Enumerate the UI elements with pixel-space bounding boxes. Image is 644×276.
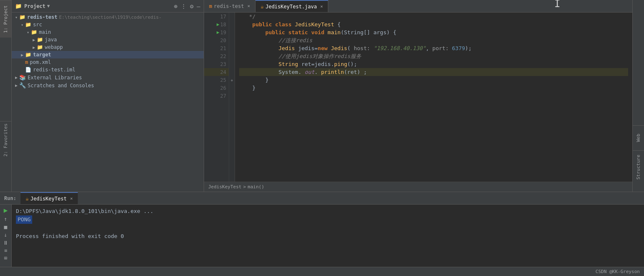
- run-tab-jediskeytest[interactable]: ☕ JedisKeyTest ×: [20, 192, 78, 204]
- tree-item-scratches[interactable]: ▶ 🔧 Scratches and Consoles: [12, 81, 204, 89]
- iml-file-icon: 📄: [25, 67, 31, 73]
- tab-redis-close[interactable]: ×: [247, 3, 250, 9]
- breadcrumb-item-1: JedisKeyTest: [208, 184, 241, 190]
- console-output[interactable]: D:\DPFS\Java\jdk1.8.0_101\bin\java.exe .…: [12, 205, 644, 267]
- gutter-line-27: 27: [204, 92, 229, 100]
- sidebar-tab-web[interactable]: Web: [633, 125, 644, 150]
- code-editor[interactable]: 17 ▶ 18 ▶ 19 20 21 22 23: [204, 13, 632, 182]
- tree-arrow-target: ▶: [19, 53, 25, 57]
- gutter-line-18: ▶ 18: [204, 20, 229, 28]
- gutter-line-24: 24: [204, 68, 229, 76]
- code-lines[interactable]: */ public class JedisKeyTest { public st…: [235, 13, 632, 182]
- panel-icon-minimize[interactable]: —: [197, 3, 200, 10]
- webapp-folder-icon: 📁: [37, 44, 43, 50]
- run-scroll-down-button[interactable]: ↓: [4, 232, 8, 238]
- run-stop-button[interactable]: ■: [4, 224, 8, 230]
- tree-arrow-ext: ▶: [13, 75, 19, 80]
- tree-item-webapp[interactable]: ▶ 📁 webapp: [12, 43, 204, 51]
- gutter-line-17: 17: [204, 13, 229, 20]
- tree-arrow-java: ▶: [31, 38, 37, 42]
- console-pong-text: PONG: [16, 215, 32, 224]
- panel-header: 📁 Project ▼ ⊕ ⋮ ⚙ —: [12, 0, 204, 13]
- code-line-21: Jedis jedis=new Jedis( host: "192.168.40…: [239, 44, 628, 52]
- panel-folder-icon: 📁: [15, 3, 22, 9]
- run-tab-name: JedisKeyTest: [31, 196, 67, 202]
- tree-label-pom: pom.xml: [30, 59, 51, 65]
- pom-file-icon: m: [25, 59, 28, 65]
- run-toolbar-left: ▶ ↑ ■ ↓ ⏸ ≡ ⊞: [0, 205, 12, 267]
- tree-label-src: src: [33, 22, 42, 28]
- bottom-content: ▶ ↑ ■ ↓ ⏸ ≡ ⊞ D:\DPFS\Java\jdk1.8.0_101\…: [0, 205, 644, 267]
- tab-redis-icon: m: [209, 3, 212, 9]
- console-exit-text: Process finished with exit code 0: [16, 232, 124, 241]
- editor-tabs: m redis-test × ☕ JedisKeyTest.java ×: [204, 0, 632, 13]
- tree-label-iml: redis-test.iml: [33, 67, 75, 73]
- tree-label-webapp: webapp: [45, 44, 63, 50]
- src-folder-icon: 📁: [25, 22, 31, 28]
- gutter-line-23: 23: [204, 60, 229, 68]
- sidebar-tab-structure[interactable]: Structure: [633, 150, 644, 184]
- tree-label-main: main: [39, 29, 51, 35]
- right-sidebar: Web Structure: [632, 0, 644, 192]
- gutter-line-20: 20: [204, 36, 229, 44]
- tree-item-pom[interactable]: m pom.xml: [12, 58, 204, 66]
- code-line-19: public static void main(String[] args) {: [239, 28, 628, 36]
- panel-title: Project: [24, 3, 46, 9]
- tree-arrow-webapp: ▶: [31, 45, 37, 50]
- console-line-pong: PONG: [16, 215, 640, 224]
- bottom-tabs-bar: Run: ☕ JedisKeyTest ×: [0, 192, 644, 205]
- panel-icon-dots[interactable]: ⋮: [181, 3, 187, 10]
- tab-jedis-label: JedisKeyTest.java: [266, 4, 317, 10]
- fold-marker-25[interactable]: ◆: [229, 76, 235, 84]
- gutter-line-21: 21: [204, 44, 229, 52]
- run-label: Run:: [0, 192, 20, 204]
- tree-item-target[interactable]: ▶ 📁 target: [12, 51, 204, 58]
- run-wrap-button[interactable]: ≡: [4, 248, 7, 253]
- tree-item-src[interactable]: ▾ 📁 src: [12, 21, 204, 28]
- run-play-button[interactable]: ▶: [4, 206, 8, 214]
- editor-tab-redis[interactable]: m redis-test ×: [204, 0, 256, 12]
- left-sidebar-tabs: 1: Project 2: Favorites: [0, 0, 12, 192]
- tree-item-java[interactable]: ▶ 📁 java: [12, 36, 204, 43]
- gutter-line-26: 26: [204, 84, 229, 92]
- ext-libs-icon: 📚: [19, 74, 26, 81]
- tree-item-root[interactable]: ▾ 📁 redis-test E:\teaching\section4\1919…: [12, 13, 204, 21]
- tree-arrow-scratches: ▶: [13, 83, 19, 88]
- tree-item-main[interactable]: ▾ 📁 main: [12, 28, 204, 36]
- folder-icon: 📁: [19, 14, 26, 20]
- main-folder-icon: 📁: [31, 29, 37, 35]
- tab-jedis-icon: ☕: [261, 3, 264, 10]
- sidebar-tab-project[interactable]: 1: Project: [0, 0, 11, 38]
- run-pause-button[interactable]: ⏸: [3, 240, 8, 246]
- tree-item-iml[interactable]: 📄 redis-test.iml: [12, 66, 204, 73]
- gutter-line-19: ▶ 19: [204, 28, 229, 36]
- code-line-23: String ret=jedis.ping();: [239, 60, 628, 68]
- line-gutter: 17 ▶ 18 ▶ 19 20 21 22 23: [204, 13, 229, 182]
- panel-dropdown[interactable]: ▼: [47, 3, 50, 9]
- run-scroll-up-button[interactable]: ↑: [4, 216, 8, 222]
- run-tab-close[interactable]: ×: [70, 196, 73, 201]
- console-line-exit: Process finished with exit code 0: [16, 232, 640, 241]
- run-arrow-19[interactable]: ▶: [217, 30, 220, 35]
- sidebar-tab-favorites[interactable]: 2: Favorites: [0, 121, 11, 159]
- run-tab-icon: ☕: [26, 195, 29, 202]
- java-folder-icon: 📁: [37, 37, 43, 43]
- status-bar: CSDN @KK-Greyson: [0, 267, 644, 276]
- status-right-text: CSDN @KK-Greyson: [595, 269, 640, 274]
- breadcrumb-bar: JedisKeyTest > main(): [204, 182, 632, 192]
- project-panel: 📁 Project ▼ ⊕ ⋮ ⚙ — ▾ 📁 redis-test E:\te…: [12, 0, 204, 192]
- tree-item-ext-libs[interactable]: ▶ 📚 External Libraries: [12, 73, 204, 81]
- code-line-24: System. out. println(ret) ;: [239, 68, 628, 76]
- bottom-panel: Run: ☕ JedisKeyTest × ▶ ↑ ■ ↓ ⏸ ≡ ⊞: [0, 192, 644, 267]
- run-arrow-18[interactable]: ▶: [217, 22, 220, 27]
- breadcrumb-sep: >: [243, 184, 246, 190]
- tab-jedis-close[interactable]: ×: [320, 4, 323, 9]
- code-line-25: }: [239, 76, 628, 84]
- run-extra-button[interactable]: ⊞: [4, 255, 7, 261]
- panel-icon-gear[interactable]: ⚙: [190, 3, 193, 10]
- editor-tab-jedis[interactable]: ☕ JedisKeyTest.java ×: [256, 0, 328, 12]
- panel-icon-add[interactable]: ⊕: [174, 3, 177, 10]
- code-line-27: [239, 92, 628, 100]
- gutter-line-25: 25: [204, 76, 229, 84]
- console-line-blank: [16, 224, 640, 232]
